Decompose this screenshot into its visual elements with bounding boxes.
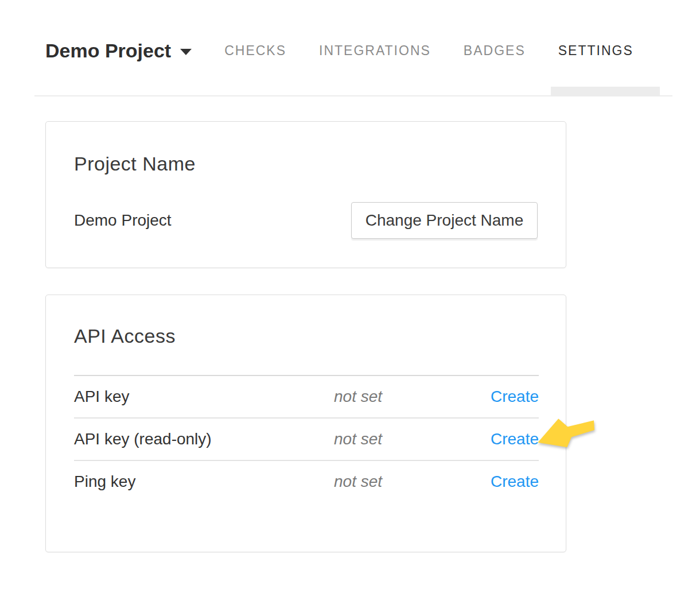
project-name-card: Project Name Demo Project Change Project…	[45, 121, 566, 268]
api-access-table: API key not set Create API key (read-onl…	[74, 375, 539, 502]
caret-down-icon	[180, 49, 192, 55]
table-row-api-key-read-only: API key (read-only) not set Create	[74, 419, 539, 461]
project-name-card-title: Project Name	[74, 153, 196, 175]
nav-underline	[34, 95, 672, 96]
api-access-card-title: API Access	[74, 325, 176, 347]
project-name-row: Demo Project Change Project Name	[74, 202, 538, 239]
row-label: API key (read-only)	[74, 430, 334, 448]
tab-badges[interactable]: BADGES	[464, 43, 526, 59]
project-name-value: Demo Project	[74, 211, 172, 230]
nav-tabs: CHECKS INTEGRATIONS BADGES SETTINGS	[224, 43, 633, 59]
top-navigation: Demo Project CHECKS INTEGRATIONS BADGES …	[45, 37, 633, 64]
row-value: not set	[334, 430, 477, 448]
api-access-card: API Access API key not set Create API ke…	[45, 295, 566, 552]
project-title: Demo Project	[45, 40, 171, 62]
create-api-key-read-only-link[interactable]: Create	[491, 430, 539, 448]
create-ping-key-link[interactable]: Create	[491, 473, 539, 491]
table-row-api-key: API key not set Create	[74, 376, 539, 419]
change-project-name-button[interactable]: Change Project Name	[351, 202, 538, 239]
row-label: API key	[74, 388, 334, 406]
tab-settings[interactable]: SETTINGS	[558, 43, 633, 59]
table-row-ping-key: Ping key not set Create	[74, 461, 539, 502]
project-switcher[interactable]: Demo Project	[45, 40, 192, 62]
tab-integrations[interactable]: INTEGRATIONS	[319, 43, 431, 59]
row-value: not set	[334, 388, 477, 406]
row-label: Ping key	[74, 473, 334, 491]
create-api-key-link[interactable]: Create	[491, 388, 539, 406]
row-value: not set	[334, 473, 477, 491]
active-tab-indicator	[551, 87, 660, 95]
tab-checks[interactable]: CHECKS	[224, 43, 286, 59]
